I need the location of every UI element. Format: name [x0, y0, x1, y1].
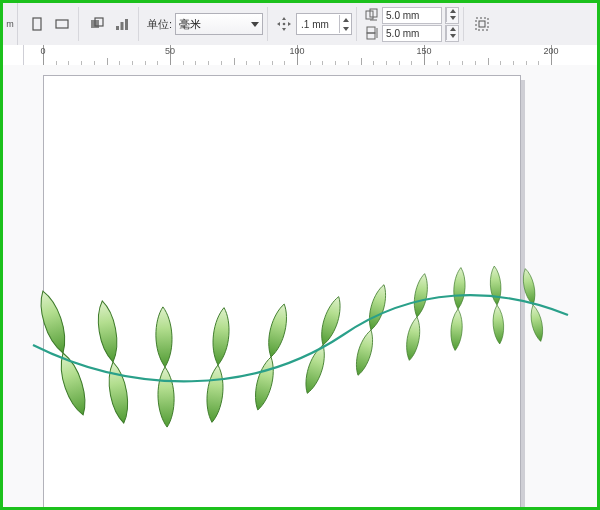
svg-rect-4: [116, 26, 119, 30]
nudge-spinner[interactable]: .1 mm: [296, 13, 352, 35]
svg-rect-12: [476, 18, 488, 30]
page: [43, 75, 521, 507]
toolbar-left-fragment: m: [3, 3, 18, 45]
dup-y-decrement[interactable]: [446, 33, 458, 40]
svg-rect-5: [121, 22, 124, 30]
duplicate-x-field[interactable]: 5.0 mm: [382, 7, 442, 24]
ruler-origin[interactable]: [3, 45, 24, 65]
svg-rect-11: [367, 33, 375, 39]
units-group: 单位: 毫米: [141, 7, 268, 41]
portrait-button[interactable]: [25, 12, 49, 36]
units-value: 毫米: [179, 17, 201, 32]
svg-rect-0: [33, 18, 41, 30]
ruler-label: 100: [289, 46, 304, 56]
duplicate-x-value: 5.0 mm: [386, 10, 419, 21]
ruler-label: 50: [165, 46, 175, 56]
treat-as-filled-button[interactable]: [85, 12, 109, 36]
svg-rect-1: [56, 20, 68, 28]
svg-rect-10: [367, 27, 375, 33]
nudge-offset-icon: [274, 12, 294, 36]
property-bar: 单位: 毫米 .1 mm: [3, 3, 597, 46]
object-bounds-button[interactable]: [470, 12, 494, 36]
units-dropdown[interactable]: 毫米: [175, 13, 263, 35]
ruler-label: 0: [40, 46, 45, 56]
landscape-button[interactable]: [50, 12, 74, 36]
drawing-canvas[interactable]: [3, 65, 597, 507]
duplicate-y-icon: [365, 26, 379, 40]
app-frame: m: [0, 0, 600, 510]
ruler-scale: 050100150200: [23, 45, 597, 65]
duplicate-y-value: 5.0 mm: [386, 28, 419, 39]
nudge-group: .1 mm: [270, 7, 357, 41]
nudge-increment[interactable]: [339, 15, 351, 24]
ruler-label: 200: [543, 46, 558, 56]
page-orientation-group: [21, 7, 79, 41]
horizontal-ruler[interactable]: 050100150200: [3, 45, 597, 66]
dup-x-decrement[interactable]: [446, 15, 458, 22]
duplicate-y-field[interactable]: 5.0 mm: [382, 25, 442, 42]
nudge-decrement[interactable]: [339, 24, 351, 33]
svg-point-7: [283, 23, 286, 26]
duplicate-distance-group: 5.0 mm 5.0 mm: [359, 7, 464, 41]
dup-x-increment[interactable]: [446, 8, 458, 15]
chevron-down-icon: [251, 22, 259, 27]
nudge-value: .1 mm: [301, 19, 329, 30]
dup-y-increment[interactable]: [446, 26, 458, 33]
align-distribute-button[interactable]: [110, 12, 134, 36]
duplicate-x-icon: [365, 8, 379, 22]
fill-mode-group: [81, 7, 139, 41]
svg-rect-13: [479, 21, 485, 27]
svg-rect-6: [125, 19, 128, 30]
bounds-group: [466, 7, 498, 41]
units-label: 单位:: [147, 17, 172, 32]
ruler-label: 150: [416, 46, 431, 56]
